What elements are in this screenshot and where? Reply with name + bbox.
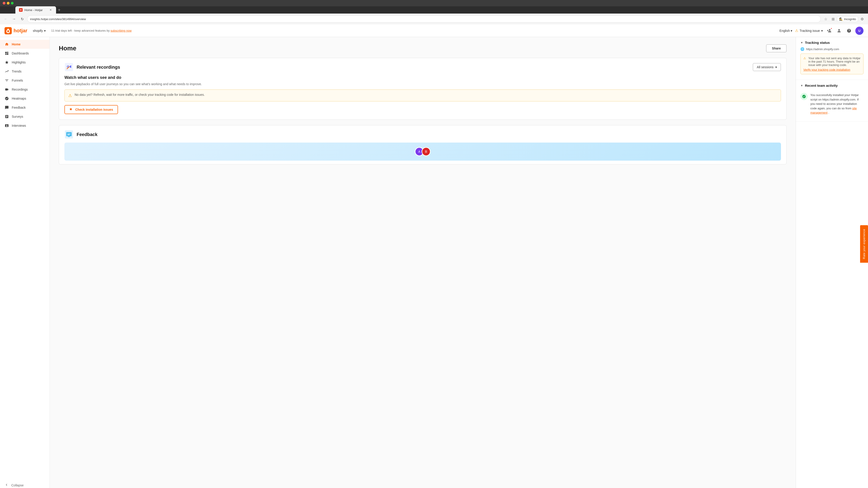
sidebar-item-funnels[interactable]: Funnels	[0, 76, 50, 85]
feedback-card: Feedback A B	[59, 125, 786, 164]
sidebar-item-trends[interactable]: Trends	[0, 67, 50, 76]
sidebar-item-surveys[interactable]: Surveys	[0, 112, 50, 121]
extensions-btn[interactable]: ⚙	[859, 16, 865, 22]
recordings-card-icon	[64, 63, 73, 72]
close-window-btn[interactable]	[3, 2, 5, 4]
feedback-card-icon	[64, 130, 73, 139]
sidebar-label-surveys: Surveys	[12, 115, 23, 119]
recent-activity-section: ▼ Recent team activity You successfully …	[796, 80, 868, 122]
sidebar-label-heatmaps: Heatmaps	[12, 97, 26, 100]
language-selector[interactable]: English ▾	[779, 29, 792, 33]
incognito-badge: 🕵 Incognito	[837, 16, 858, 22]
main-content: Home Share	[50, 37, 796, 488]
feedback-avatars: A B	[415, 147, 431, 156]
recordings-card-title: Relevant recordings	[76, 65, 120, 70]
activity-text: You successfully installed your Hotjar s…	[810, 93, 864, 115]
subscribe-link[interactable]: subscribing now	[111, 29, 131, 32]
recent-activity-header: ▼ Recent team activity	[800, 84, 864, 88]
hotjar-logo: hotjar	[4, 27, 27, 34]
trial-banner: 11 trial days left - keep advanced featu…	[51, 29, 776, 32]
split-screen-btn[interactable]: ⊞	[830, 16, 836, 22]
notification-dot	[831, 28, 832, 29]
address-bar[interactable]: insights.hotjar.com/sites/3814994/overvi…	[27, 15, 821, 23]
trial-text: 11 trial days left - keep advanced featu…	[51, 29, 110, 32]
tracking-status-collapse[interactable]: ▼	[800, 41, 803, 44]
verify-tracking-link[interactable]: Verify your tracking code installation	[803, 68, 861, 71]
activity-description: You successfully installed your Hotjar s…	[810, 93, 859, 110]
feedback-preview: A B	[64, 142, 781, 161]
main-layout: Home Dashboards Highlights Trends	[0, 37, 868, 488]
tracking-issue-chevron: ▾	[821, 29, 823, 33]
share-btn[interactable]: Share	[766, 44, 786, 53]
interviews-icon	[4, 123, 9, 128]
tab-close-btn[interactable]: ✕	[49, 8, 53, 12]
user-settings-btn[interactable]	[835, 27, 843, 34]
site-selector[interactable]: shopify ▾	[31, 28, 48, 33]
tracking-status-section: ▼ Tracking status 🌐 https://admin.shopif…	[796, 37, 868, 80]
sidebar-item-recordings[interactable]: Recordings	[0, 85, 50, 94]
recent-activity-collapse[interactable]: ▼	[800, 84, 803, 87]
sidebar-label-funnels: Funnels	[12, 78, 23, 82]
url-display: insights.hotjar.com/sites/3814994/overvi…	[30, 18, 818, 21]
sidebar-item-home[interactable]: Home	[0, 40, 50, 49]
minimize-window-btn[interactable]	[7, 2, 9, 4]
page-title: Home	[59, 45, 76, 52]
sessions-dropdown[interactable]: All sessions ▾	[753, 63, 781, 71]
user-avatar[interactable]: U	[855, 27, 864, 35]
browser-titlebar	[0, 0, 868, 6]
rate-experience-tab[interactable]: Rate your experience	[860, 225, 868, 263]
check-installation-btn[interactable]: Check installation issues	[64, 105, 118, 114]
sidebar-item-interviews[interactable]: Interviews	[0, 121, 50, 130]
help-btn[interactable]	[845, 27, 852, 34]
app-container: hotjar shopify ▾ 11 trial days left - ke…	[0, 24, 868, 488]
tracking-url: 🌐 https://admin.shopify.com	[800, 47, 864, 51]
sidebar-collapse-btn[interactable]: Collapse	[0, 481, 50, 488]
maximize-window-btn[interactable]	[11, 2, 13, 4]
sidebar-label-dashboards: Dashboards	[12, 52, 29, 55]
activity-success-icon	[800, 93, 808, 100]
page-header: Home Share	[59, 44, 786, 53]
sidebar-item-feedback[interactable]: Feedback	[0, 103, 50, 112]
logo-text: hotjar	[13, 28, 27, 34]
trends-icon	[4, 69, 9, 74]
recordings-card: Relevant recordings All sessions ▾ Watch…	[59, 58, 786, 120]
heatmaps-icon	[4, 96, 9, 101]
check-installation-icon	[69, 108, 73, 111]
sidebar: Home Dashboards Highlights Trends	[0, 37, 50, 488]
tab-favicon: H	[19, 8, 23, 12]
highlights-icon	[4, 60, 9, 65]
tracking-status-header: ▼ Tracking status	[800, 41, 864, 44]
refresh-btn[interactable]: ↻	[19, 16, 25, 22]
recent-activity-title: Recent team activity	[805, 84, 838, 88]
invite-btn[interactable]	[826, 27, 833, 34]
avatar-2: B	[422, 147, 431, 156]
sidebar-item-heatmaps[interactable]: Heatmaps	[0, 94, 50, 103]
language-label: English	[779, 29, 790, 33]
toolbar-actions: ☆ ⊞ 🕵 Incognito ⚙	[823, 16, 865, 22]
sidebar-item-dashboards[interactable]: Dashboards	[0, 49, 50, 58]
warning-icon: ⚠	[68, 93, 72, 98]
bookmark-btn[interactable]: ☆	[823, 16, 829, 22]
incognito-label: Incognito	[844, 18, 856, 21]
feedback-card-title: Feedback	[76, 132, 97, 137]
tab-title: Home - Hotjar	[24, 8, 43, 12]
forward-btn[interactable]: →	[11, 16, 17, 22]
language-chevron: ▾	[791, 29, 792, 33]
warning-text: No data yet? Refresh, wait for more traf…	[74, 93, 205, 96]
right-panel: ▼ Tracking status 🌐 https://admin.shopif…	[796, 37, 868, 488]
rate-experience-label: Rate your experience	[862, 229, 866, 259]
active-tab[interactable]: H Home - Hotjar ✕	[16, 6, 56, 13]
recordings-subtitle: Watch what users see and do	[64, 75, 781, 80]
new-tab-btn[interactable]: +	[56, 6, 62, 13]
dashboards-icon	[4, 51, 9, 56]
incognito-icon: 🕵	[839, 18, 843, 21]
tracking-issue-btn[interactable]: ⚠ Tracking issue ▾	[795, 29, 823, 33]
sidebar-item-highlights[interactable]: Highlights	[0, 58, 50, 67]
browser-toolbar: ← → ↻ insights.hotjar.com/sites/3814994/…	[0, 13, 868, 24]
sidebar-label-recordings: Recordings	[12, 88, 28, 91]
browser-chrome: H Home - Hotjar ✕ + ← → ↻ insights.hotja…	[0, 0, 868, 24]
tab-bar: H Home - Hotjar ✕ +	[0, 6, 868, 13]
home-icon	[4, 42, 9, 46]
back-btn[interactable]: ←	[3, 16, 9, 22]
check-installation-label: Check installation issues	[75, 108, 113, 111]
